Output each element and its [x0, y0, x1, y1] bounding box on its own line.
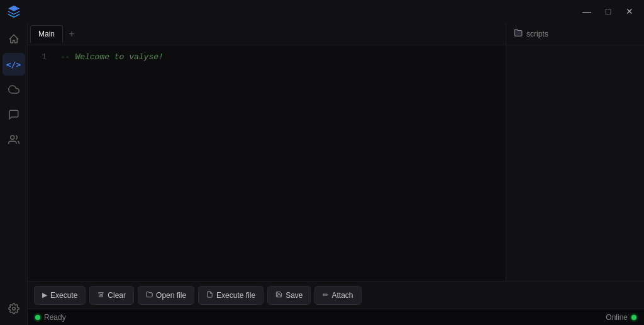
sidebar-item-users[interactable]	[3, 128, 25, 151]
editor-panel: Main + 1 -- Welcome to valyse!	[28, 23, 644, 281]
main-layout: </>	[0, 23, 644, 325]
status-right: Online	[606, 313, 636, 322]
ready-dot	[35, 315, 40, 320]
app-logo	[5, 3, 23, 20]
execute-file-icon	[206, 291, 213, 299]
scripts-label: scripts	[526, 30, 548, 38]
sidebar-item-settings[interactable]	[3, 297, 25, 320]
open-file-button[interactable]: Open file	[138, 286, 194, 305]
svg-point-0	[10, 135, 14, 139]
ready-label: Ready	[44, 313, 66, 322]
status-left: Ready	[35, 313, 66, 322]
status-bar: Ready Online	[28, 309, 644, 325]
folder-icon	[514, 28, 523, 39]
attach-icon: ✏	[323, 291, 328, 299]
minimize-button[interactable]: —	[577, 4, 596, 19]
execute-icon: ▶	[42, 291, 47, 299]
close-button[interactable]: ✕	[620, 4, 639, 19]
attach-button[interactable]: ✏ Attach	[314, 286, 361, 305]
titlebar: — □ ✕	[0, 0, 644, 23]
editor-body[interactable]: 1 -- Welcome to valyse!	[28, 45, 506, 281]
code-editor[interactable]: -- Welcome to valyse!	[53, 45, 506, 281]
online-dot	[631, 315, 636, 320]
clear-icon	[97, 291, 104, 299]
open-file-icon	[146, 291, 153, 299]
line-numbers: 1	[28, 45, 53, 281]
clear-button[interactable]: Clear	[89, 286, 134, 305]
maximize-button[interactable]: □	[599, 4, 618, 19]
editor-container: Main + 1 -- Welcome to valyse!	[28, 23, 506, 281]
window-controls: — □ ✕	[577, 4, 639, 19]
bottom-toolbar: ▶ Execute Clear	[28, 281, 644, 309]
sidebar-item-chat[interactable]	[3, 103, 25, 126]
sidebar-item-home[interactable]	[3, 28, 25, 50]
save-icon	[275, 291, 282, 299]
sidebar: </>	[0, 23, 28, 325]
code-comment: -- Welcome to valyse!	[60, 52, 164, 62]
sidebar-item-code[interactable]: </>	[3, 53, 25, 76]
content-area: Main + 1 -- Welcome to valyse!	[28, 23, 644, 325]
right-panel-header: scripts	[506, 23, 644, 45]
execute-file-button[interactable]: Execute file	[198, 286, 264, 305]
editor-tabs: Main +	[28, 23, 506, 45]
add-tab-button[interactable]: +	[64, 26, 79, 42]
tab-main[interactable]: Main	[30, 25, 63, 43]
sidebar-item-cloud[interactable]	[3, 78, 25, 101]
svg-point-1	[12, 307, 15, 311]
execute-button[interactable]: ▶ Execute	[34, 286, 86, 305]
save-button[interactable]: Save	[267, 286, 311, 305]
online-label: Online	[606, 313, 628, 322]
right-panel: scripts	[506, 23, 644, 281]
line-number: 1	[28, 50, 47, 64]
